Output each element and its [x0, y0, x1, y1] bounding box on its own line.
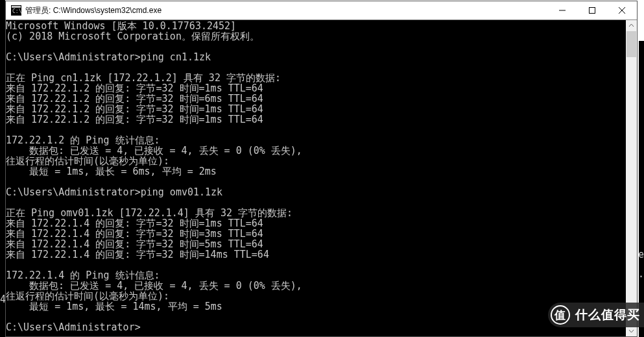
vertical-scrollbar[interactable]: [626, 20, 637, 336]
terminal-line: 来自 172.22.1.2 的回复: 字节=32 时间=1ms TTL=64: [6, 83, 626, 94]
client-area: Microsoft Windows [版本 10.0.17763.2452](c…: [6, 20, 637, 336]
terminal-line: C:\Users\Administrator>: [6, 322, 626, 332]
terminal-line: C:\Users\Administrator>ping cn1.1zk: [6, 52, 626, 62]
terminal-line: 来自 172.22.1.2 的回复: 字节=32 时间=1ms TTL=64: [6, 104, 626, 114]
terminal-output[interactable]: Microsoft Windows [版本 10.0.17763.2452](c…: [6, 20, 626, 336]
fragment-char: e: [638, 249, 644, 260]
terminal-line: Microsoft Windows [版本 10.0.17763.2452]: [6, 21, 626, 31]
terminal-line: 正在 Ping cn1.1zk [172.22.1.2] 具有 32 字节的数据…: [6, 73, 626, 83]
terminal-line: 数据包: 已发送 = 4, 已接收 = 4, 丢失 = 0 (0% 丢失),: [6, 281, 626, 291]
terminal-line: 最短 = 1ms, 最长 = 6ms, 平均 = 2ms: [6, 166, 626, 177]
terminal-line: 来自 172.22.1.2 的回复: 字节=32 时间=1ms TTL=64: [6, 114, 626, 125]
watermark-overlay: 值 什么值得买: [548, 303, 644, 327]
scroll-track[interactable]: [626, 31, 637, 325]
terminal-line: [6, 312, 626, 322]
background-left-fragment: 4: [0, 0, 5, 337]
terminal-line: [6, 62, 626, 73]
window-controls: [547, 1, 637, 19]
terminal-line: 往返行程的估计时间(以毫秒为单位):: [6, 156, 626, 166]
terminal-line: 172.22.1.2 的 Ping 统计信息:: [6, 135, 626, 145]
watermark-badge-icon: 值: [551, 305, 570, 325]
svg-rect-1: [12, 6, 21, 8]
terminal-line: [6, 197, 626, 208]
background-right-fragment: e .: [639, 41, 644, 337]
terminal-line: C:\Users\Administrator>ping omv01.1zk: [6, 187, 626, 197]
terminal-line: 来自 172.22.1.4 的回复: 字节=32 时间=1ms TTL=64: [6, 218, 626, 229]
terminal-line: [6, 260, 626, 270]
terminal-line: 数据包: 已发送 = 4, 已接收 = 4, 丢失 = 0 (0% 丢失),: [6, 145, 626, 156]
close-button[interactable]: [607, 1, 637, 19]
terminal-line: 来自 172.22.1.4 的回复: 字节=32 时间=5ms TTL=64: [6, 239, 626, 249]
svg-text:C:\: C:\: [12, 8, 21, 14]
terminal-line: [6, 42, 626, 52]
terminal-line: 来自 172.22.1.4 的回复: 字节=32 时间=14ms TTL=64: [6, 249, 626, 260]
terminal-line: 172.22.1.4 的 Ping 统计信息:: [6, 270, 626, 281]
terminal-line: [6, 125, 626, 135]
svg-rect-4: [590, 8, 595, 14]
fragment-char: .: [638, 268, 644, 280]
scroll-thumb[interactable]: [626, 31, 636, 57]
cmd-window: C:\ 管理员: C:\Windows\system32\cmd.exe Mic…: [5, 1, 638, 337]
watermark-text: 什么值得买: [575, 306, 640, 323]
scroll-up-button[interactable]: [626, 20, 637, 31]
titlebar[interactable]: C:\ 管理员: C:\Windows\system32\cmd.exe: [6, 1, 637, 20]
minimize-button[interactable]: [547, 1, 577, 19]
window-title: 管理员: C:\Windows\system32\cmd.exe: [25, 5, 547, 16]
terminal-line: 来自 172.22.1.2 的回复: 字节=32 时间=6ms TTL=64: [6, 94, 626, 104]
cmd-icon: C:\: [11, 5, 21, 16]
maximize-button[interactable]: [577, 1, 607, 19]
terminal-line: [6, 177, 626, 187]
terminal-line: 正在 Ping omv01.1zk [172.22.1.4] 具有 32 字节的…: [6, 208, 626, 218]
terminal-line: (c) 2018 Microsoft Corporation。保留所有权利。: [6, 31, 626, 42]
terminal-line: 往返行程的估计时间(以毫秒为单位):: [6, 291, 626, 301]
terminal-line: 来自 172.22.1.4 的回复: 字节=32 时间=3ms TTL=64: [6, 229, 626, 239]
terminal-line: 最短 = 1ms, 最长 = 14ms, 平均 = 5ms: [6, 301, 626, 312]
